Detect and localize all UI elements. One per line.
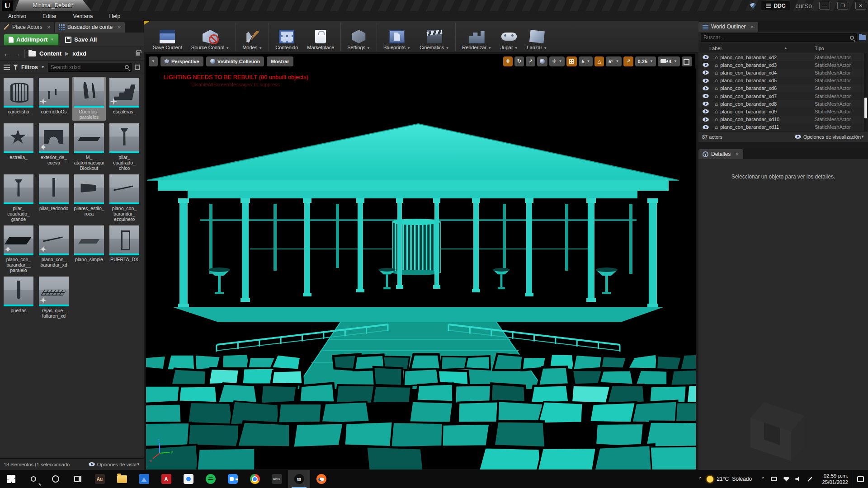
visibility-eye-icon[interactable] <box>703 109 709 113</box>
toolbar-button[interactable]: Settings ▼ <box>340 23 375 51</box>
taskbar-app[interactable]: Au <box>89 470 111 488</box>
surface-snap-button[interactable]: ✛▼ <box>549 56 565 66</box>
breadcrumb-current[interactable]: xdxd <box>73 50 86 57</box>
close-icon[interactable]: ✕ <box>47 25 51 30</box>
outliner-row[interactable]: ⌂ plano_con_barandar_xd11 StaticMeshActo… <box>698 123 868 131</box>
outliner-row[interactable]: ⌂ plano_con_barandar_xd10 StaticMeshActo… <box>698 116 868 123</box>
asset-tile[interactable]: plano_con_ barandar__ paralelo <box>2 225 35 274</box>
taskbar-app[interactable] <box>310 470 332 488</box>
taskbar-app[interactable] <box>222 470 244 488</box>
close-icon[interactable]: ✕ <box>735 152 739 157</box>
asset-tile[interactable]: plano_con_ barandar_xd <box>37 225 71 274</box>
asset-tile[interactable]: escaleras_ <box>108 77 141 121</box>
close-icon[interactable]: ✕ <box>117 25 121 30</box>
asset-tile[interactable]: pilar_ cuadrado_ grande <box>2 174 35 223</box>
new-folder-icon[interactable] <box>859 35 866 40</box>
chevron-down-icon[interactable]: ▼ <box>445 46 449 50</box>
outliner-row[interactable]: ⌂ plano_con_barandar_xd5 StaticMeshActor <box>698 77 868 84</box>
weather-widget[interactable]: 21°C Soleado <box>702 476 756 483</box>
tab-content-browser[interactable]: Buscador de conte ✕ <box>55 22 124 33</box>
scale-snap-value[interactable]: 0.25▼ <box>635 56 656 66</box>
level-viewport[interactable]: ▼ Perspective Visibility Collision Mostr… <box>146 54 695 469</box>
chevron-down-icon[interactable]: ▼ <box>407 46 410 50</box>
visibility-eye-icon[interactable] <box>703 94 709 98</box>
outliner-row[interactable]: ⌂ plano_con_barandar_xd3 StaticMeshActor <box>698 61 868 69</box>
chevron-up-icon[interactable]: ⌃ <box>698 476 702 482</box>
toolbar-button[interactable]: Cinematics ▼ <box>415 23 453 51</box>
tab-place-actors[interactable]: Place Actors ✕ <box>0 22 54 33</box>
taskbar-app[interactable] <box>177 470 199 488</box>
outliner-scrollbar[interactable] <box>864 53 868 131</box>
toolbar-button[interactable]: Blueprints ▼ <box>377 23 415 51</box>
outliner-row[interactable]: ⌂ plano_con_barandar_xd4 StaticMeshActor <box>698 69 868 76</box>
outliner-row[interactable]: ⌂ plano_con_barandar_xd9 StaticMeshActor <box>698 108 868 115</box>
taskbar-app[interactable] <box>111 470 133 488</box>
wifi-icon[interactable] <box>783 477 789 482</box>
outliner-row[interactable]: ⌂ plano_con_barandar_xd2 StaticMeshActor <box>698 53 868 61</box>
menu-item[interactable]: Archivo <box>0 13 34 19</box>
outliner-view-options-button[interactable]: Opciones de visualización <box>803 134 861 140</box>
outliner-row[interactable]: ⌂ plano_con_barandar_xd6 StaticMeshActor <box>698 84 868 92</box>
viewport-options-button[interactable]: ▼ <box>149 56 158 66</box>
restore-button[interactable]: ❐ <box>837 2 848 9</box>
chevron-down-icon[interactable]: ▼ <box>226 46 229 50</box>
asset-tile[interactable]: pilares_estilo_ roca <box>72 174 106 223</box>
visibility-eye-icon[interactable] <box>703 63 709 67</box>
toolbar-button[interactable]: Lanzar ▼ <box>523 23 552 51</box>
chevron-up-icon[interactable]: ⌃ <box>761 476 765 482</box>
chevron-down-icon[interactable]: ▼ <box>259 46 262 50</box>
grid-snap-value[interactable]: 5▼ <box>579 56 593 66</box>
grid-snap-toggle[interactable] <box>566 56 577 66</box>
asset-tile[interactable]: estrella_ <box>2 122 35 172</box>
level-tab[interactable]: Minimal_Default* <box>15 0 92 11</box>
toolbar-button[interactable]: Save Current ▼ <box>148 23 187 51</box>
visibility-eye-icon[interactable] <box>703 70 709 75</box>
rotate-tool-button[interactable]: ↻ <box>514 56 524 66</box>
show-button[interactable]: Mostrar <box>267 56 293 66</box>
outliner-row[interactable]: ⌂ plano_con_barandar_xd8 StaticMeshActor <box>698 100 868 108</box>
visibility-eye-icon[interactable] <box>703 102 709 106</box>
visibility-eye-icon[interactable] <box>703 117 709 122</box>
save-search-icon[interactable] <box>135 65 140 70</box>
world-space-button[interactable] <box>537 56 547 66</box>
taskbar-app[interactable]: EPIC <box>266 470 288 488</box>
asset-tile[interactable]: cuerno0oOs <box>37 77 71 121</box>
close-icon[interactable]: ✕ <box>750 24 754 29</box>
chevron-down-icon[interactable]: ▼ <box>514 46 518 50</box>
toolbar-button[interactable]: Jugar ▼ <box>496 23 523 51</box>
back-button[interactable]: ← <box>4 50 10 57</box>
outliner-search-input[interactable] <box>703 34 850 41</box>
taskbar-app[interactable] <box>244 470 266 488</box>
move-tool-button[interactable]: ✚ <box>503 56 513 66</box>
ddc-status[interactable]: DDC <box>761 1 790 10</box>
column-type[interactable]: Tipo <box>815 46 868 51</box>
asset-tile[interactable]: puertas <box>2 276 35 319</box>
scale-snap-toggle[interactable]: ↗ <box>623 56 633 66</box>
lock-icon[interactable] <box>136 52 140 56</box>
asset-tile[interactable]: M_ ataformaesqui Blockout <box>72 122 106 172</box>
chevron-down-icon[interactable]: ▼ <box>543 46 547 50</box>
asset-tile[interactable]: rejas_que_ faltaron_xd <box>37 276 71 319</box>
tab-details[interactable]: i Detalles ✕ <box>698 149 743 159</box>
marketplace-gem-icon[interactable] <box>750 3 756 9</box>
minimize-button[interactable]: — <box>819 2 830 9</box>
maximize-viewport-button[interactable] <box>682 56 692 66</box>
menu-item[interactable]: Help <box>101 13 128 19</box>
asset-tile[interactable]: Cuernos_ paralelos <box>72 77 106 121</box>
toolbar-button[interactable]: Contenido ▼ <box>269 23 302 51</box>
camera-speed-button[interactable]: 4▼ <box>658 56 680 66</box>
visibility-eye-icon[interactable] <box>703 86 709 90</box>
taskbar-app[interactable] <box>22 470 44 488</box>
notification-center-button[interactable] <box>853 470 868 488</box>
visibility-eye-icon[interactable] <box>703 79 709 83</box>
close-button[interactable]: ✕ <box>855 2 866 9</box>
pen-icon[interactable] <box>807 476 812 481</box>
breadcrumb-root[interactable]: Content <box>39 50 61 57</box>
forward-button[interactable]: → <box>14 50 21 57</box>
toolbar-button[interactable]: Source Control ▼ <box>187 23 234 51</box>
chevron-down-icon[interactable]: ▼ <box>488 46 491 50</box>
taskbar-app[interactable] <box>133 470 155 488</box>
angle-snap-toggle[interactable]: △ <box>594 56 604 66</box>
asset-tile[interactable]: plano_simple <box>72 225 106 274</box>
viewmode-button[interactable]: Visibility Collision <box>206 56 264 66</box>
